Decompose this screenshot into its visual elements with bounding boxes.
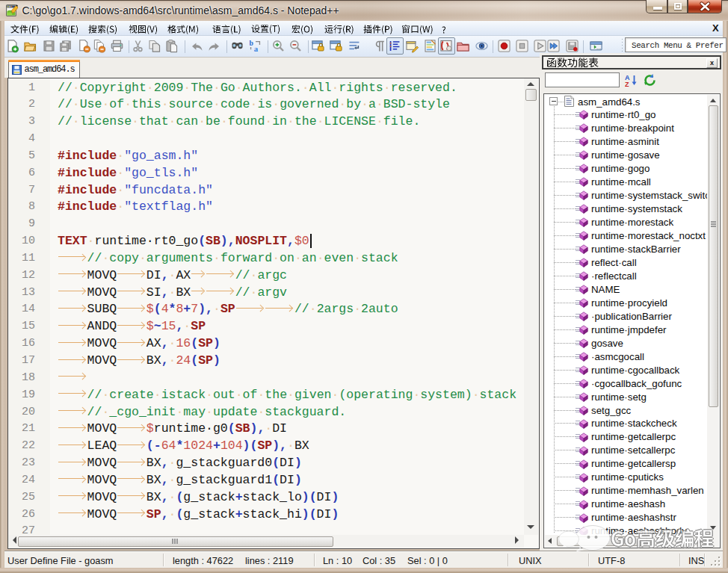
svg-text:b: b [249,39,253,47]
svg-text:Z: Z [625,81,629,87]
svg-text:a: a [254,44,259,53]
svg-text:...: ... [596,44,601,51]
